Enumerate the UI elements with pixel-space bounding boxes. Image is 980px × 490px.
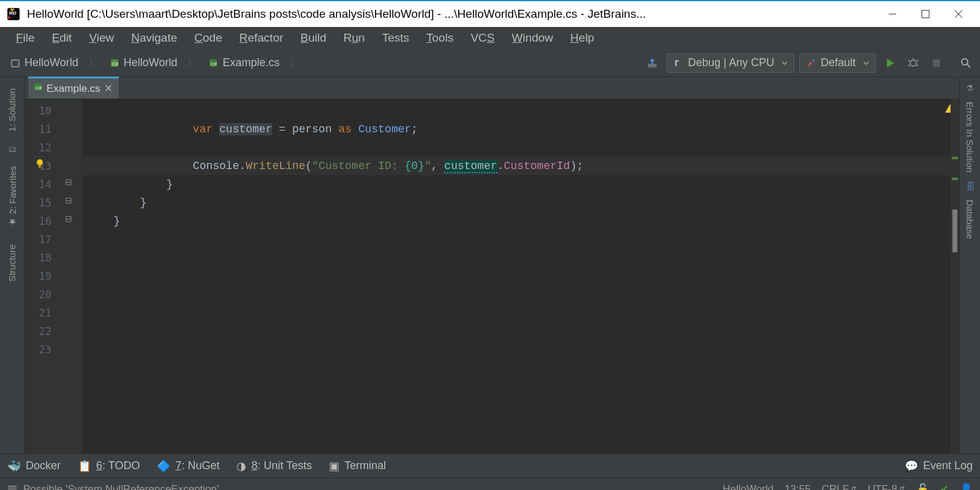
svg-rect-18 (933, 59, 940, 67)
warned-identifier: customer (444, 160, 497, 173)
string: "Customer ID: (312, 160, 404, 172)
line-number: 20 (24, 285, 51, 304)
flask-icon[interactable]: ⚗ (966, 83, 974, 93)
line-number: 18 (24, 249, 51, 267)
tool-docker[interactable]: 🐳Docker (7, 459, 61, 473)
editor-tab-example[interactable]: C# Example.cs ✕ (28, 77, 119, 99)
svg-text:C#: C# (112, 61, 119, 67)
tool-nuget[interactable]: 🔷7: NuGet (157, 459, 219, 473)
tool-unit-tests[interactable]: ◑8: Unit Tests (236, 459, 312, 473)
menu-refactor[interactable]: Refactor (231, 29, 292, 47)
code-editor[interactable]: 1011121314151617181920212223 ⊟ ⊟ ⊟ ! var… (24, 99, 959, 453)
label: Terminal (344, 459, 386, 472)
menu-view[interactable]: View (80, 29, 123, 47)
event-log-icon: 💬 (905, 459, 918, 473)
tool-window-structure[interactable]: Structure (6, 239, 18, 287)
error-stripe[interactable] (951, 99, 959, 453)
close-button[interactable] (942, 2, 975, 26)
line-number: 22 (24, 322, 51, 341)
maximize-button[interactable] (909, 2, 942, 26)
run-config-selector[interactable]: Debug | Any CPU (666, 53, 794, 73)
punct: . (497, 160, 504, 172)
label: Errors In Solution (965, 102, 975, 173)
line-number: 16 (24, 212, 51, 230)
menu-vcs[interactable]: VCS (462, 29, 503, 47)
chevron-right-icon: 〉 (87, 56, 100, 70)
identifier: Console (193, 160, 239, 172)
tool-window-database[interactable]: Database (963, 195, 976, 244)
svg-rect-24 (39, 165, 41, 168)
chevron-right-icon: 〉 (288, 56, 301, 70)
code-line: } (82, 212, 959, 230)
status-line-separator[interactable]: CRLF (821, 483, 856, 491)
svg-line-16 (908, 65, 910, 66)
label: 8: Unit Tests (251, 459, 312, 472)
marker-green[interactable] (952, 157, 958, 159)
menu-file[interactable]: File (7, 29, 43, 47)
panel-toggle-icon[interactable]: ▥ (7, 483, 17, 490)
breadcrumb-solution[interactable]: HelloWorld (5, 55, 83, 71)
hammer-icon (673, 58, 683, 68)
method: WriteLine (246, 160, 305, 172)
chevron-down-icon (782, 60, 788, 66)
minimize-button[interactable] (876, 2, 909, 26)
terminal-icon: ▣ (329, 459, 339, 473)
menu-tools[interactable]: Tools (418, 29, 462, 47)
status-project[interactable]: HelloWorld (723, 483, 774, 491)
tool-window-favorites[interactable]: ★ 2: Favorites (6, 161, 19, 232)
marker-green[interactable] (952, 178, 958, 180)
status-encoding[interactable]: UTF-8 (868, 483, 905, 491)
tool-window-solution[interactable]: 1: Solution (6, 83, 18, 137)
ide-notifications-icon[interactable]: 👤 (960, 483, 973, 490)
tool-window-errors[interactable]: Errors In Solution (963, 97, 976, 178)
punct: ); (570, 160, 584, 172)
fold-end-icon[interactable]: ⊟ (65, 195, 72, 205)
menu-run[interactable]: Run (335, 29, 374, 47)
line-number: 17 (24, 230, 51, 249)
stop-button[interactable] (927, 54, 946, 72)
intention-bulb-icon[interactable] (34, 157, 45, 175)
tool-terminal[interactable]: ▣Terminal (329, 459, 386, 473)
scheme-selector[interactable]: Default (799, 53, 876, 73)
scrollbar-thumb[interactable] (952, 209, 957, 252)
menu-tests[interactable]: Tests (374, 29, 418, 47)
identifier: person (292, 123, 332, 135)
window-title: HelloWorld [C:\Users\maart\Desktop\JetBr… (27, 7, 876, 21)
breadcrumb: HelloWorld 〉 C# HelloWorld 〉 C# Example.… (5, 55, 643, 71)
menu-navigate[interactable]: Navigate (123, 29, 186, 47)
breadcrumb-label: HelloWorld (24, 56, 78, 69)
code-line: } (82, 194, 959, 212)
build-icon[interactable] (643, 54, 662, 72)
tab-label: Example.cs (47, 83, 100, 95)
main-menu: FileEditViewNavigateCodeRefactorBuildRun… (0, 27, 980, 49)
breadcrumb-project[interactable]: C# HelloWorld (104, 55, 183, 71)
inspection-ok-icon[interactable]: ✔ (940, 483, 949, 490)
menu-edit[interactable]: Edit (43, 29, 81, 47)
lock-icon[interactable]: 🔓 (916, 483, 929, 490)
run-button[interactable] (881, 54, 899, 72)
editor-tabs: C# Example.cs ✕ (24, 77, 959, 99)
menu-build[interactable]: Build (292, 29, 335, 47)
todo-icon: 📋 (78, 459, 91, 473)
tool-todo[interactable]: 📋6: TODO (78, 459, 140, 473)
svg-rect-11 (648, 64, 657, 67)
menu-code[interactable]: Code (186, 29, 230, 47)
svg-line-20 (967, 64, 970, 67)
code-area[interactable]: ! var customer = person as Customer; Con… (82, 99, 959, 453)
menu-window[interactable]: Window (503, 29, 562, 47)
database-icon[interactable]: 🗄 (966, 181, 974, 191)
tool-event-log[interactable]: 💬Event Log (905, 459, 973, 473)
breadcrumb-file[interactable]: C# Example.cs (203, 55, 284, 71)
line-number-gutter: 1011121314151617181920212223 (24, 99, 58, 453)
search-everywhere-icon[interactable] (957, 54, 975, 72)
fold-end-icon[interactable]: ⊟ (65, 177, 72, 187)
menu-help[interactable]: Help (562, 29, 603, 47)
bookmark-icon: 🗂 (8, 144, 17, 154)
label: 7: NuGet (175, 459, 219, 472)
keyword: as (332, 123, 358, 135)
fold-end-icon[interactable]: ⊟ (65, 214, 72, 224)
svg-text:RD: RD (9, 10, 17, 16)
close-icon[interactable]: ✕ (104, 82, 113, 95)
debug-button[interactable] (904, 54, 922, 72)
punct: ; (411, 123, 418, 135)
